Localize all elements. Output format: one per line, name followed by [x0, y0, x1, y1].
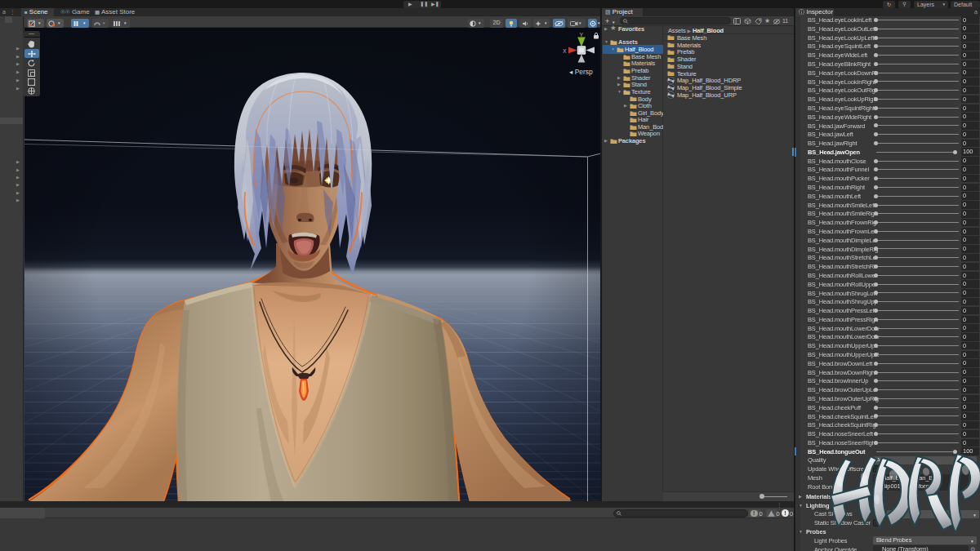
svg-text:◂ Persp: ◂ Persp	[569, 68, 593, 76]
svg-text:Y: Y	[580, 32, 584, 38]
svg-text:X: X	[563, 48, 567, 54]
